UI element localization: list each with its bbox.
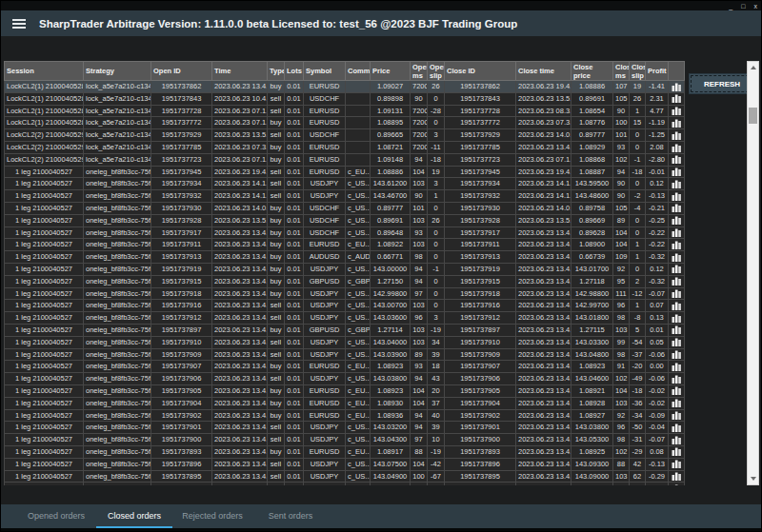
column-header-profit[interactable]: Profit: [646, 62, 669, 81]
trade-details-icon[interactable]: [669, 275, 685, 287]
table-row[interactable]: 1 leg 2100040527oneleg_bf8fb3cc-75f4-4..…: [5, 361, 685, 373]
scroll-down-icon[interactable]: [748, 473, 758, 484]
table-row[interactable]: 1 leg 2100040527oneleg_bf8fb3cc-75f4-4..…: [5, 422, 685, 434]
tab-rejected-orders[interactable]: Rejected orders: [174, 504, 251, 528]
trade-details-icon[interactable]: [669, 348, 685, 361]
trade-details-icon[interactable]: [669, 178, 685, 190]
trade-details-icon[interactable]: [669, 239, 685, 251]
table-row[interactable]: 1 leg 2100040527oneleg_bf8fb3cc-75f4-4..…: [5, 470, 685, 483]
trade-details-icon[interactable]: [669, 105, 685, 117]
table-row[interactable]: 1 leg 2100040527oneleg_bf8fb3cc-75f4-4..…: [5, 324, 685, 336]
column-header-close-time[interactable]: Close time: [516, 62, 572, 81]
column-header-close-slip[interactable]: Close slip: [630, 62, 646, 81]
trade-details-icon[interactable]: [669, 141, 685, 153]
column-header-symbol[interactable]: Symbol: [304, 62, 346, 81]
trade-details-icon[interactable]: [669, 361, 685, 373]
trade-details-icon[interactable]: [669, 251, 685, 264]
trade-details-icon[interactable]: [669, 190, 685, 203]
refresh-button[interactable]: REFRESH: [689, 73, 755, 94]
tab-sent-orders[interactable]: Sent orders: [252, 504, 329, 528]
trade-details-icon[interactable]: [669, 434, 685, 446]
table-row[interactable]: 1 leg 2100040527oneleg_bf8fb3cc-75f4-4..…: [5, 409, 685, 422]
cell-comment: [346, 105, 371, 117]
trade-details-icon[interactable]: [669, 336, 685, 348]
trade-details-icon[interactable]: [669, 445, 685, 458]
table-row[interactable]: 1 leg 2100040527oneleg_bf8fb3cc-75f4-4..…: [5, 434, 685, 446]
table-row[interactable]: LockCL2(1) 2100040528lock_a5e7a210-c134-…: [5, 81, 685, 93]
table-row[interactable]: LockCL2(2) 2100040529lock_a5e7a210-c134-…: [5, 153, 685, 166]
table-row[interactable]: 1 leg 2100040527oneleg_bf8fb3cc-75f4-4..…: [5, 275, 685, 287]
table-row[interactable]: 1 leg 2100040527oneleg_bf8fb3cc-75f4-4..…: [5, 166, 685, 178]
table-row[interactable]: 1 leg 2100040527oneleg_bf8fb3cc-75f4-4..…: [5, 373, 685, 385]
column-header-session[interactable]: Session: [5, 62, 84, 81]
table-row[interactable]: 1 leg 2100040527oneleg_bf8fb3cc-75f4-4..…: [5, 384, 685, 397]
trade-details-icon[interactable]: [669, 422, 685, 434]
trade-details-icon[interactable]: [669, 324, 685, 336]
column-header-open-slip[interactable]: Open slip: [428, 62, 445, 81]
trade-details-icon[interactable]: [669, 312, 685, 325]
minimize-icon[interactable]: _: [729, 3, 732, 10]
table-row[interactable]: 1 leg 2100040527oneleg_bf8fb3cc-75f4-4..…: [5, 178, 685, 190]
scroll-up-icon[interactable]: [748, 62, 758, 73]
trade-details-icon[interactable]: [669, 409, 685, 422]
column-header-type[interactable]: Type: [268, 62, 285, 81]
trade-details-icon[interactable]: [669, 129, 685, 142]
table-row[interactable]: 1 leg 2100040527oneleg_bf8fb3cc-75f4-4..…: [5, 263, 685, 275]
table-row[interactable]: 1 leg 2100040527oneleg_bf8fb3cc-75f4-4..…: [5, 202, 685, 214]
table-row[interactable]: 1 leg 2100040527oneleg_bf8fb3cc-75f4-4..…: [5, 287, 685, 300]
trade-details-icon[interactable]: [669, 300, 685, 312]
column-header-time[interactable]: Time: [212, 62, 268, 81]
column-header-close-price[interactable]: Close price: [572, 62, 613, 81]
cell-close-id: 1951737862: [445, 81, 516, 93]
trade-details-icon[interactable]: [669, 263, 685, 275]
table-row[interactable]: 1 leg 2100040527oneleg_bf8fb3cc-75f4-4..…: [5, 251, 685, 264]
table-row[interactable]: 1 leg 2100040527oneleg_bf8fb3cc-75f4-4..…: [5, 348, 685, 361]
trade-details-icon[interactable]: [669, 470, 685, 483]
trade-details-icon[interactable]: [669, 373, 685, 385]
column-header-comment[interactable]: Comment: [346, 62, 371, 81]
column-header-open-ms[interactable]: Open ms: [411, 62, 428, 81]
trade-details-icon[interactable]: [669, 92, 685, 105]
column-header-lots[interactable]: Lots: [285, 62, 304, 81]
table-row[interactable]: 1 leg 2100040527oneleg_bf8fb3cc-75f4-4..…: [5, 300, 685, 312]
table-row[interactable]: 1 leg 2100040527oneleg_bf8fb3cc-75f4-4..…: [5, 239, 685, 251]
maximize-icon[interactable]: □: [741, 3, 745, 10]
table-row[interactable]: 1 leg 2100040527oneleg_bf8fb3cc-75f4-4..…: [5, 190, 685, 203]
column-header-close-ms[interactable]: Close ms: [613, 62, 630, 81]
table-row[interactable]: 1 leg 2100040527oneleg_bf8fb3cc-75f4-4..…: [5, 458, 685, 470]
table-row[interactable]: 1 leg 2100040527oneleg_bf8fb3cc-75f4-4..…: [5, 397, 685, 409]
trade-details-icon[interactable]: [669, 214, 685, 227]
column-header-close-id[interactable]: Close ID: [445, 62, 516, 81]
table-row[interactable]: LockCL2(1) 2100040528lock_a5e7a210-c134-…: [5, 92, 685, 105]
table-row[interactable]: 1 leg 2100040527oneleg_bf8fb3cc-75f4-4..…: [5, 336, 685, 348]
menu-icon[interactable]: [12, 19, 26, 29]
trade-details-icon[interactable]: [669, 81, 685, 93]
column-header-price[interactable]: Price: [371, 62, 411, 81]
trade-details-icon[interactable]: [669, 287, 685, 300]
trade-details-icon[interactable]: [669, 202, 685, 214]
table-row[interactable]: LockCL2(1) 2100040528lock_a5e7a210-c134-…: [5, 105, 685, 117]
table-row[interactable]: 1 leg 2100040527oneleg_bf8fb3cc-75f4-4..…: [5, 445, 685, 458]
column-header-open-id[interactable]: Open ID: [151, 62, 212, 81]
trade-details-icon[interactable]: [669, 397, 685, 409]
column-header-strategy[interactable]: Strategy: [84, 62, 151, 81]
cell-time: 2023.06.23 13.4...: [212, 373, 268, 385]
vertical-scrollbar[interactable]: [747, 61, 759, 485]
column-header-icon[interactable]: [669, 62, 685, 81]
table-row[interactable]: 1 leg 2100040527oneleg_bf8fb3cc-75f4-4..…: [5, 312, 685, 325]
trade-details-icon[interactable]: [669, 166, 685, 178]
trade-details-icon[interactable]: [669, 227, 685, 239]
tab-opened-orders[interactable]: Opened orders: [18, 504, 94, 528]
table-row[interactable]: LockCL2(2) 2100040529lock_a5e7a210-c134-…: [5, 129, 685, 142]
trade-details-icon[interactable]: [669, 458, 685, 470]
trade-details-icon[interactable]: [669, 153, 685, 166]
scrollbar-thumb[interactable]: [749, 108, 757, 124]
table-row[interactable]: LockCL2(2) 2100040529lock_a5e7a210-c134-…: [5, 141, 685, 153]
table-row[interactable]: 1 leg 2100040527oneleg_bf8fb3cc-75f4-4..…: [5, 227, 685, 239]
trade-details-icon[interactable]: [669, 117, 685, 129]
table-row[interactable]: LockCL2(1) 2100040528lock_a5e7a210-c134-…: [5, 117, 685, 129]
tab-closed-orders[interactable]: Closed orders: [96, 504, 172, 528]
close-icon[interactable]: x: [754, 3, 758, 10]
table-row[interactable]: 1 leg 2100040527oneleg_bf8fb3cc-75f4-4..…: [5, 214, 685, 227]
trade-details-icon[interactable]: [669, 384, 685, 397]
